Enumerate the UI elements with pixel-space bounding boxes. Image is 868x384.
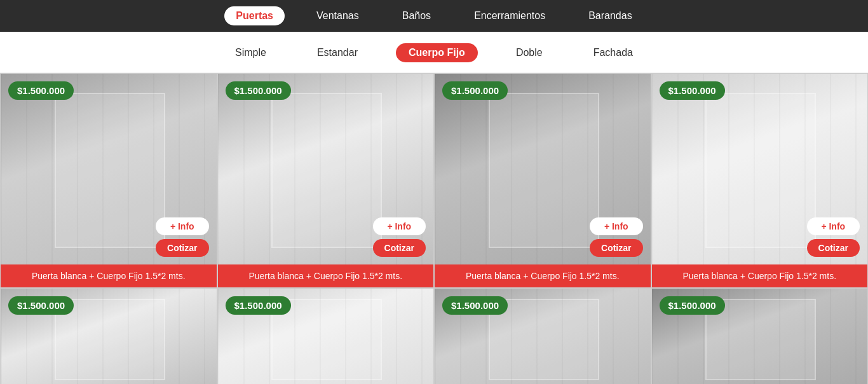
price-badge-8: $1.500.000 (660, 296, 725, 315)
card-actions-4: + Info Cotizar (807, 217, 860, 257)
product-label-2: Puerta blanca + Cuerpo Fijo 1.5*2 mts. (218, 264, 434, 287)
product-card-8: $1.500.000 (651, 288, 869, 384)
product-image-6: $1.500.000 (218, 289, 434, 384)
price-badge-3: $1.500.000 (442, 81, 508, 100)
product-card-5: $1.500.000 (0, 288, 217, 384)
product-card-4: $1.500.000 + Info Cotizar Puerta blanca … (651, 73, 869, 288)
cotizar-button-3[interactable]: Cotizar (590, 239, 642, 257)
product-image-3: $1.500.000 + Info Cotizar (435, 74, 651, 264)
cotizar-button-2[interactable]: Cotizar (373, 239, 426, 257)
nav-item-banos[interactable]: Baños (391, 6, 442, 25)
nav-item-barandas[interactable]: Barandas (577, 6, 644, 25)
subnav-doble[interactable]: Doble (503, 43, 555, 62)
subnav-estandar[interactable]: Estandar (304, 43, 370, 62)
info-button-1[interactable]: + Info (156, 217, 208, 235)
card-actions-2: + Info Cotizar (373, 217, 426, 257)
product-grid-row1: $1.500.000 + Info Cotizar Puerta blanca … (0, 73, 868, 288)
price-badge-2: $1.500.000 (226, 81, 291, 100)
subnav-fachada[interactable]: Fachada (581, 43, 646, 62)
cotizar-button-1[interactable]: Cotizar (156, 239, 208, 257)
price-badge-1: $1.500.000 (8, 81, 74, 100)
top-navigation: Puertas Ventanas Baños Encerramientos Ba… (0, 0, 868, 32)
card-actions-1: + Info Cotizar (156, 217, 208, 257)
product-image-5: $1.500.000 (1, 289, 217, 384)
sub-navigation: Simple Estandar Cuerpo Fijo Doble Fachad… (0, 32, 868, 73)
nav-item-puertas[interactable]: Puertas (224, 6, 285, 25)
subnav-cuerpo-fijo[interactable]: Cuerpo Fijo (396, 43, 478, 62)
product-label-3: Puerta blanca + Cuerpo Fijo 1.5*2 mts. (435, 264, 651, 287)
product-label-1: Puerta blanca + Cuerpo Fijo 1.5*2 mts. (1, 264, 217, 287)
info-button-4[interactable]: + Info (807, 217, 860, 235)
product-card-7: $1.500.000 (434, 288, 651, 384)
price-badge-7: $1.500.000 (442, 296, 508, 315)
card-actions-3: + Info Cotizar (590, 217, 642, 257)
price-badge-4: $1.500.000 (660, 81, 725, 100)
price-badge-5: $1.500.000 (8, 296, 74, 315)
info-button-2[interactable]: + Info (373, 217, 426, 235)
product-label-4: Puerta blanca + Cuerpo Fijo 1.5*2 mts. (652, 264, 868, 287)
product-card-6: $1.500.000 (217, 288, 435, 384)
subnav-simple[interactable]: Simple (222, 43, 279, 62)
product-card-3: $1.500.000 + Info Cotizar Puerta blanca … (434, 73, 651, 288)
nav-item-encerramientos[interactable]: Encerramientos (463, 6, 557, 25)
price-badge-6: $1.500.000 (226, 296, 291, 315)
product-image-2: $1.500.000 + Info Cotizar (218, 74, 434, 264)
product-image-7: $1.500.000 (435, 289, 651, 384)
info-button-3[interactable]: + Info (590, 217, 642, 235)
product-image-1: $1.500.000 + Info Cotizar (1, 74, 217, 264)
product-image-4: $1.500.000 + Info Cotizar (652, 74, 868, 264)
product-card-2: $1.500.000 + Info Cotizar Puerta blanca … (217, 73, 435, 288)
product-grid-row2: $1.500.000 $1.500.000 $1.500.000 $1.500.… (0, 288, 868, 384)
product-card-1: $1.500.000 + Info Cotizar Puerta blanca … (0, 73, 217, 288)
nav-item-ventanas[interactable]: Ventanas (305, 6, 370, 25)
cotizar-button-4[interactable]: Cotizar (807, 239, 860, 257)
product-image-8: $1.500.000 (652, 289, 868, 384)
